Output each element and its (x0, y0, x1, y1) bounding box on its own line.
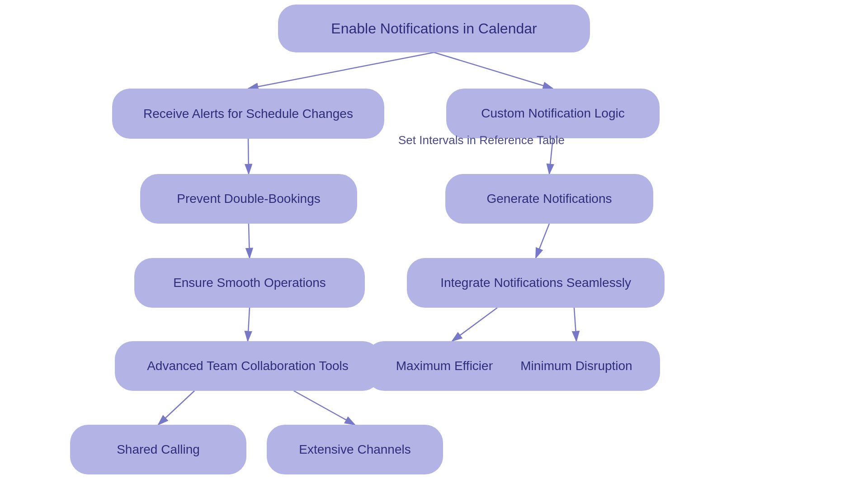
connectors-svg (0, 0, 868, 488)
node-prevent-bookings: Prevent Double-Bookings (140, 174, 357, 224)
node-minimum-disruption-label: Minimum Disruption (520, 359, 632, 373)
svg-line-5 (536, 224, 549, 258)
svg-line-2 (248, 139, 249, 174)
diagram-container: Enable Notifications in Calendar Receive… (0, 0, 868, 488)
svg-line-6 (248, 308, 250, 341)
node-generate-notifications-label: Generate Notifications (486, 192, 612, 206)
node-custom-logic-label: Custom Notification Logic (481, 106, 624, 121)
svg-line-1 (434, 52, 553, 89)
node-enable-notifications: Enable Notifications in Calendar (278, 5, 590, 52)
node-integrate-notifications: Integrate Notifications Seamlessly (407, 258, 665, 308)
node-extensive-channels-label: Extensive Channels (299, 442, 410, 457)
node-set-intervals-text: Set Intervals in Reference Table (393, 133, 570, 147)
svg-line-8 (574, 308, 576, 341)
node-shared-calling-label: Shared Calling (117, 442, 200, 457)
node-advanced-tools-label: Advanced Team Collaboration Tools (147, 359, 349, 373)
node-advanced-tools: Advanced Team Collaboration Tools (115, 341, 381, 391)
svg-line-0 (248, 52, 434, 89)
node-extensive-channels: Extensive Channels (267, 425, 443, 474)
node-minimum-disruption: Minimum Disruption (493, 341, 660, 391)
node-shared-calling: Shared Calling (70, 425, 246, 474)
svg-line-4 (249, 224, 250, 258)
node-prevent-bookings-label: Prevent Double-Bookings (177, 192, 321, 206)
node-receive-alerts: Receive Alerts for Schedule Changes (112, 89, 384, 139)
node-maximum-efficiency-label: Maximum Efficiency (396, 359, 508, 373)
node-integrate-notifications-label: Integrate Notifications Seamlessly (440, 276, 631, 290)
node-ensure-smooth: Ensure Smooth Operations (134, 258, 365, 308)
node-set-intervals-label: Set Intervals in Reference Table (398, 133, 565, 147)
node-custom-logic: Custom Notification Logic (446, 89, 660, 138)
svg-line-7 (452, 308, 497, 341)
node-receive-alerts-label: Receive Alerts for Schedule Changes (143, 107, 353, 121)
svg-line-9 (158, 391, 194, 425)
node-generate-notifications: Generate Notifications (445, 174, 653, 224)
node-ensure-smooth-label: Ensure Smooth Operations (173, 276, 326, 290)
svg-line-10 (294, 391, 355, 425)
node-enable-notifications-label: Enable Notifications in Calendar (331, 20, 537, 37)
